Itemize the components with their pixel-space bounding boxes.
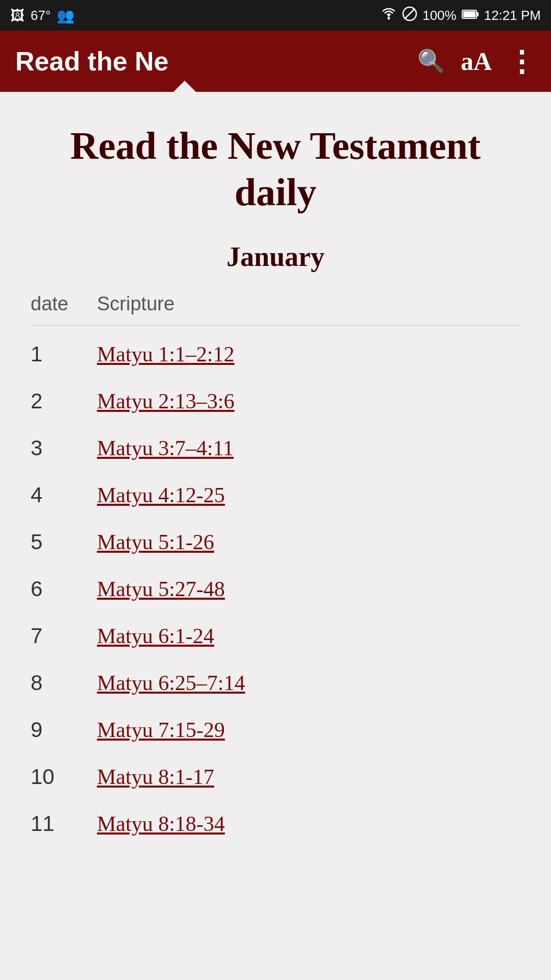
temperature: 67°	[31, 8, 51, 23]
svg-point-0	[388, 17, 390, 19]
time: 12:21 PM	[484, 8, 541, 23]
corner-triangle	[173, 81, 196, 92]
battery-icon	[462, 8, 479, 23]
scripture-link[interactable]: Matyu 5:27-48	[97, 577, 225, 601]
date-cell: 2	[31, 389, 97, 413]
svg-rect-4	[463, 11, 475, 17]
scripture-link[interactable]: Matyu 4:12-25	[97, 483, 225, 507]
no-signal-icon	[402, 6, 417, 25]
table-row: 4Matyu 4:12-25	[31, 472, 520, 519]
wifi-icon	[381, 7, 397, 24]
scripture-column-header: Scripture	[97, 293, 174, 315]
table-row: 1Matyu 1:1–2:12	[31, 331, 520, 378]
date-cell: 9	[31, 718, 97, 742]
date-cell: 1	[31, 342, 97, 366]
table-row: 3Matyu 3:7–4:11	[31, 425, 520, 472]
app-bar-title: Read the Ne	[15, 46, 417, 77]
people-icon: 👥	[57, 7, 74, 24]
status-left: 🖼 67° 👥	[10, 7, 74, 24]
month-title: January	[31, 241, 520, 273]
date-cell: 3	[31, 436, 97, 460]
table-row: 11Matyu 8:18-34	[31, 800, 520, 847]
table-header: date Scripture	[31, 288, 520, 326]
page-title: Read the New Testament daily	[31, 122, 520, 215]
search-icon[interactable]: 🔍	[417, 48, 445, 75]
status-bar: 🖼 67° 👥 100%	[0, 0, 551, 31]
date-cell: 5	[31, 530, 97, 554]
date-column-header: date	[31, 293, 97, 315]
font-size-icon[interactable]: aA	[461, 46, 492, 76]
scripture-link[interactable]: Matyu 7:15-29	[97, 718, 225, 742]
table-row: 6Matyu 5:27-48	[31, 566, 520, 612]
table-row: 5Matyu 5:1-26	[31, 519, 520, 566]
more-options-icon[interactable]: ⋮	[507, 45, 536, 78]
date-cell: 8	[31, 671, 97, 695]
table-row: 7Matyu 6:1-24	[31, 612, 520, 659]
app-bar-icons: 🔍 aA ⋮	[417, 45, 536, 78]
scripture-link[interactable]: Matyu 3:7–4:11	[97, 436, 234, 460]
scripture-link[interactable]: Matyu 6:25–7:14	[97, 671, 245, 695]
status-right: 100% 12:21 PM	[381, 6, 541, 25]
scripture-link[interactable]: Matyu 1:1–2:12	[97, 342, 235, 366]
scripture-table: date Scripture 1Matyu 1:1–2:122Matyu 2:1…	[31, 288, 520, 847]
scripture-link[interactable]: Matyu 8:1-17	[97, 765, 214, 789]
svg-line-2	[405, 9, 415, 19]
main-content: Read the New Testament daily January dat…	[0, 92, 551, 878]
date-cell: 11	[31, 812, 97, 836]
table-row: 9Matyu 7:15-29	[31, 706, 520, 753]
app-bar: Read the Ne 🔍 aA ⋮	[0, 31, 551, 92]
date-cell: 4	[31, 483, 97, 507]
battery-percentage: 100%	[422, 8, 457, 23]
table-row: 10Matyu 8:1-17	[31, 753, 520, 800]
date-cell: 7	[31, 624, 97, 648]
image-icon: 🖼	[10, 7, 24, 24]
scripture-link[interactable]: Matyu 5:1-26	[97, 530, 214, 554]
svg-rect-5	[477, 12, 479, 16]
scripture-link[interactable]: Matyu 2:13–3:6	[97, 389, 235, 413]
table-row: 8Matyu 6:25–7:14	[31, 659, 520, 706]
scripture-link[interactable]: Matyu 6:1-24	[97, 624, 214, 648]
scripture-link[interactable]: Matyu 8:18-34	[97, 812, 225, 836]
table-row: 2Matyu 2:13–3:6	[31, 378, 520, 425]
date-cell: 6	[31, 577, 97, 601]
date-cell: 10	[31, 765, 97, 789]
